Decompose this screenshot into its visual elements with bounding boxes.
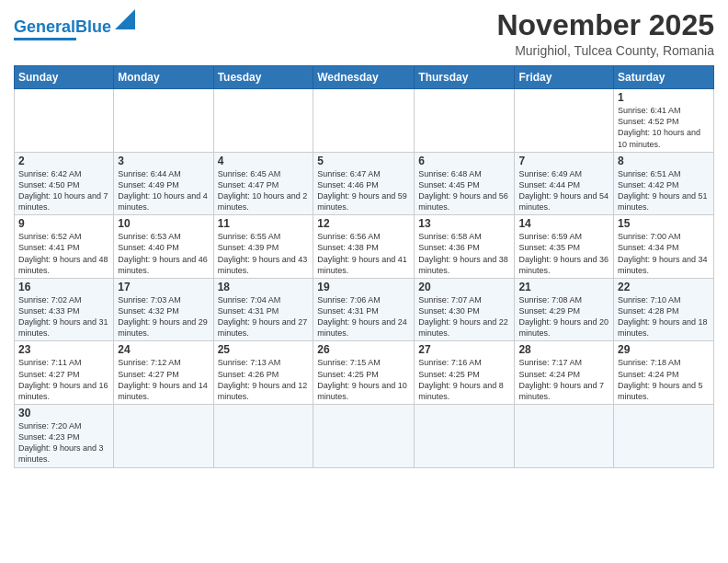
logo-blue: Blue: [75, 17, 111, 36]
calendar-cell: 8Sunrise: 6:51 AM Sunset: 4:42 PM Daylig…: [614, 152, 714, 215]
day-number: 25: [218, 343, 310, 356]
calendar-cell: 28Sunrise: 7:17 AM Sunset: 4:24 PM Dayli…: [515, 341, 614, 405]
calendar-cell: 23Sunrise: 7:11 AM Sunset: 4:27 PM Dayli…: [15, 341, 114, 405]
day-info: Sunrise: 6:53 AM Sunset: 4:40 PM Dayligh…: [118, 231, 209, 276]
day-info: Sunrise: 7:00 AM Sunset: 4:34 PM Dayligh…: [618, 231, 710, 276]
title-block: November 2025 Murighiol, Tulcea County, …: [496, 9, 714, 58]
calendar-cell: [114, 405, 213, 468]
day-number: 24: [118, 343, 209, 356]
day-info: Sunrise: 7:16 AM Sunset: 4:25 PM Dayligh…: [418, 357, 510, 402]
col-thursday: Thursday: [415, 66, 515, 89]
calendar-week-4: 23Sunrise: 7:11 AM Sunset: 4:27 PM Dayli…: [15, 341, 714, 405]
day-number: 23: [18, 343, 109, 356]
calendar-cell: [114, 89, 213, 153]
calendar-week-5: 30Sunrise: 7:20 AM Sunset: 4:23 PM Dayli…: [15, 405, 714, 468]
col-saturday: Saturday: [614, 66, 714, 89]
day-info: Sunrise: 6:42 AM Sunset: 4:50 PM Dayligh…: [18, 168, 109, 213]
day-info: Sunrise: 7:02 AM Sunset: 4:33 PM Dayligh…: [18, 294, 109, 339]
day-info: Sunrise: 6:59 AM Sunset: 4:35 PM Dayligh…: [518, 231, 609, 276]
day-number: 4: [218, 155, 310, 167]
calendar-cell: 30Sunrise: 7:20 AM Sunset: 4:23 PM Dayli…: [15, 405, 114, 468]
day-number: 27: [418, 343, 510, 356]
calendar-cell: 18Sunrise: 7:04 AM Sunset: 4:31 PM Dayli…: [213, 278, 313, 341]
calendar-cell: [614, 405, 714, 468]
logo-line: [14, 38, 76, 40]
day-number: 7: [518, 155, 609, 167]
day-number: 18: [218, 281, 310, 293]
calendar-cell: 29Sunrise: 7:18 AM Sunset: 4:24 PM Dayli…: [614, 341, 714, 405]
calendar-cell: [515, 89, 614, 153]
day-info: Sunrise: 7:06 AM Sunset: 4:31 PM Dayligh…: [317, 294, 410, 339]
day-number: 30: [18, 407, 109, 419]
calendar-cell: 9Sunrise: 6:52 AM Sunset: 4:41 PM Daylig…: [15, 215, 114, 279]
day-number: 14: [518, 217, 609, 230]
day-info: Sunrise: 7:08 AM Sunset: 4:29 PM Dayligh…: [518, 294, 609, 339]
day-info: Sunrise: 7:15 AM Sunset: 4:25 PM Dayligh…: [317, 357, 410, 402]
day-info: Sunrise: 6:41 AM Sunset: 4:52 PM Dayligh…: [618, 105, 710, 150]
calendar-cell: [213, 89, 313, 153]
logo-icon: [115, 9, 135, 29]
day-number: 13: [418, 217, 510, 230]
logo: GeneralBlue: [14, 9, 135, 40]
day-number: 9: [18, 217, 109, 230]
svg-marker-0: [115, 9, 135, 29]
month-title: November 2025: [496, 9, 714, 41]
calendar-cell: 22Sunrise: 7:10 AM Sunset: 4:28 PM Dayli…: [614, 278, 714, 341]
col-sunday: Sunday: [15, 66, 114, 89]
calendar-cell: [415, 89, 515, 153]
calendar-cell: 5Sunrise: 6:47 AM Sunset: 4:46 PM Daylig…: [313, 152, 415, 215]
col-monday: Monday: [114, 66, 213, 89]
day-number: 19: [317, 281, 410, 293]
calendar-cell: 24Sunrise: 7:12 AM Sunset: 4:27 PM Dayli…: [114, 341, 213, 405]
calendar-cell: 7Sunrise: 6:49 AM Sunset: 4:44 PM Daylig…: [515, 152, 614, 215]
day-number: 1: [618, 91, 710, 104]
calendar-week-0: 1Sunrise: 6:41 AM Sunset: 4:52 PM Daylig…: [15, 89, 714, 153]
calendar-cell: 15Sunrise: 7:00 AM Sunset: 4:34 PM Dayli…: [614, 215, 714, 279]
calendar-cell: 26Sunrise: 7:15 AM Sunset: 4:25 PM Dayli…: [313, 341, 415, 405]
col-tuesday: Tuesday: [213, 66, 313, 89]
calendar-cell: [415, 405, 515, 468]
day-info: Sunrise: 6:45 AM Sunset: 4:47 PM Dayligh…: [218, 168, 310, 213]
col-wednesday: Wednesday: [313, 66, 415, 89]
day-number: 16: [18, 281, 109, 293]
calendar-cell: 1Sunrise: 6:41 AM Sunset: 4:52 PM Daylig…: [614, 89, 714, 153]
calendar-cell: [313, 405, 415, 468]
day-number: 8: [618, 155, 710, 167]
day-number: 3: [118, 155, 209, 167]
calendar-cell: 20Sunrise: 7:07 AM Sunset: 4:30 PM Dayli…: [415, 278, 515, 341]
calendar-cell: [313, 89, 415, 153]
calendar-cell: 19Sunrise: 7:06 AM Sunset: 4:31 PM Dayli…: [313, 278, 415, 341]
day-info: Sunrise: 6:55 AM Sunset: 4:39 PM Dayligh…: [218, 231, 310, 276]
day-number: 21: [518, 281, 609, 293]
day-number: 2: [18, 155, 109, 167]
day-number: 22: [618, 281, 710, 293]
day-info: Sunrise: 6:58 AM Sunset: 4:36 PM Dayligh…: [418, 231, 510, 276]
calendar-cell: [213, 405, 313, 468]
calendar-cell: [515, 405, 614, 468]
calendar-week-2: 9Sunrise: 6:52 AM Sunset: 4:41 PM Daylig…: [15, 215, 714, 279]
calendar-cell: 10Sunrise: 6:53 AM Sunset: 4:40 PM Dayli…: [114, 215, 213, 279]
day-number: 11: [218, 217, 310, 230]
day-info: Sunrise: 6:52 AM Sunset: 4:41 PM Dayligh…: [18, 231, 109, 276]
day-info: Sunrise: 6:44 AM Sunset: 4:49 PM Dayligh…: [118, 168, 209, 213]
day-info: Sunrise: 6:49 AM Sunset: 4:44 PM Dayligh…: [518, 168, 609, 213]
day-info: Sunrise: 7:20 AM Sunset: 4:23 PM Dayligh…: [18, 420, 109, 465]
day-info: Sunrise: 7:18 AM Sunset: 4:24 PM Dayligh…: [618, 357, 710, 402]
day-number: 29: [618, 343, 710, 356]
calendar-cell: 16Sunrise: 7:02 AM Sunset: 4:33 PM Dayli…: [15, 278, 114, 341]
day-info: Sunrise: 7:13 AM Sunset: 4:26 PM Dayligh…: [218, 357, 310, 402]
day-info: Sunrise: 7:03 AM Sunset: 4:32 PM Dayligh…: [118, 294, 209, 339]
calendar-table: Sunday Monday Tuesday Wednesday Thursday…: [14, 65, 714, 467]
day-info: Sunrise: 6:48 AM Sunset: 4:45 PM Dayligh…: [418, 168, 510, 213]
day-number: 26: [317, 343, 410, 356]
day-number: 5: [317, 155, 410, 167]
calendar-cell: 14Sunrise: 6:59 AM Sunset: 4:35 PM Dayli…: [515, 215, 614, 279]
calendar-cell: 12Sunrise: 6:56 AM Sunset: 4:38 PM Dayli…: [313, 215, 415, 279]
calendar-cell: 13Sunrise: 6:58 AM Sunset: 4:36 PM Dayli…: [415, 215, 515, 279]
calendar-cell: 27Sunrise: 7:16 AM Sunset: 4:25 PM Dayli…: [415, 341, 515, 405]
day-info: Sunrise: 7:12 AM Sunset: 4:27 PM Dayligh…: [118, 357, 209, 402]
calendar-cell: 17Sunrise: 7:03 AM Sunset: 4:32 PM Dayli…: [114, 278, 213, 341]
calendar-cell: 21Sunrise: 7:08 AM Sunset: 4:29 PM Dayli…: [515, 278, 614, 341]
day-number: 15: [618, 217, 710, 230]
calendar-cell: 4Sunrise: 6:45 AM Sunset: 4:47 PM Daylig…: [213, 152, 313, 215]
